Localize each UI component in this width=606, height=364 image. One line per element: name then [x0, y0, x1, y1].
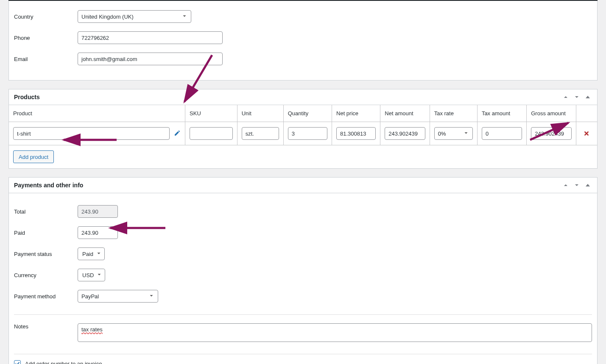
- payment-method-value: PayPal: [81, 293, 99, 300]
- country-label: Country: [14, 14, 78, 20]
- chevron-down-icon: [463, 130, 469, 137]
- country-select[interactable]: United Kingdom (UK): [78, 10, 191, 23]
- paid-input[interactable]: [78, 226, 118, 239]
- notes-textarea[interactable]: tax rates: [78, 323, 592, 342]
- payment-status-label: Payment status: [14, 251, 78, 257]
- delete-row-button[interactable]: [581, 131, 593, 136]
- col-quantity: Quantity: [283, 105, 332, 122]
- payments-panel: Payments and other info Total 243.90 Pai…: [8, 177, 598, 364]
- paid-label: Paid: [14, 230, 78, 236]
- products-panel: Products Product SKU Unit Quantity Net p…: [8, 89, 598, 169]
- currency-label: Currency: [14, 272, 78, 278]
- net-amount-input[interactable]: [385, 127, 425, 140]
- add-order-number-checkbox[interactable]: [14, 360, 21, 364]
- phone-label: Phone: [14, 35, 78, 41]
- tax-rate-value: 0%: [438, 131, 446, 137]
- col-product: Product: [9, 105, 185, 122]
- col-sku: SKU: [185, 105, 237, 122]
- tax-rate-select[interactable]: 0%: [434, 127, 473, 140]
- payments-title: Payments and other info: [14, 182, 83, 189]
- customer-panel: Country United Kingdom (UK) Phone Email: [8, 1, 598, 81]
- chevron-down-icon: [182, 13, 187, 20]
- tax-amount-input[interactable]: [482, 127, 522, 140]
- triangle-up-icon[interactable]: [584, 93, 592, 101]
- payment-method-label: Payment method: [14, 293, 78, 300]
- chevron-down-icon: [96, 272, 102, 279]
- products-title: Products: [14, 94, 40, 100]
- col-gross-amount: Gross amount: [527, 105, 576, 122]
- payment-method-select[interactable]: PayPal: [78, 290, 158, 303]
- email-label: Email: [14, 56, 78, 62]
- total-label: Total: [14, 208, 78, 215]
- notes-label: Notes: [14, 323, 78, 330]
- table-row: 0%: [9, 122, 597, 145]
- currency-select[interactable]: USD: [78, 269, 105, 281]
- pencil-icon[interactable]: [174, 130, 181, 138]
- add-order-number-label: Add order number to an invoice: [25, 361, 102, 364]
- payment-status-select[interactable]: Paid: [78, 247, 105, 260]
- total-value: 243.90: [78, 205, 118, 218]
- divider: [14, 314, 592, 315]
- chevron-down-icon: [148, 293, 154, 300]
- col-net-amount: Net amount: [380, 105, 430, 122]
- col-unit: Unit: [237, 105, 283, 122]
- products-table: Product SKU Unit Quantity Net price Net …: [9, 105, 597, 145]
- chevron-down-icon[interactable]: [572, 93, 581, 101]
- triangle-up-icon[interactable]: [584, 181, 592, 189]
- gross-amount-input[interactable]: [531, 127, 571, 140]
- col-tax-rate: Tax rate: [430, 105, 477, 122]
- sku-input[interactable]: [190, 127, 233, 140]
- chevron-down-icon: [96, 250, 102, 258]
- phone-input[interactable]: [78, 31, 223, 44]
- product-name-input[interactable]: [13, 127, 170, 140]
- payment-status-value: Paid: [82, 251, 93, 257]
- col-net-price: Net price: [332, 105, 380, 122]
- divider: [14, 354, 592, 354]
- net-price-input[interactable]: [336, 127, 376, 140]
- email-input[interactable]: [78, 53, 223, 65]
- chevron-down-icon[interactable]: [572, 181, 581, 189]
- quantity-input[interactable]: [288, 127, 327, 140]
- unit-input[interactable]: [242, 127, 279, 140]
- country-value: United Kingdom (UK): [81, 14, 134, 20]
- col-tax-amount: Tax amount: [477, 105, 526, 122]
- add-product-button[interactable]: Add product: [13, 150, 54, 163]
- notes-text: tax rates: [81, 326, 103, 333]
- currency-value: USD: [82, 272, 94, 278]
- chevron-up-icon[interactable]: [561, 93, 570, 101]
- chevron-up-icon[interactable]: [561, 181, 570, 189]
